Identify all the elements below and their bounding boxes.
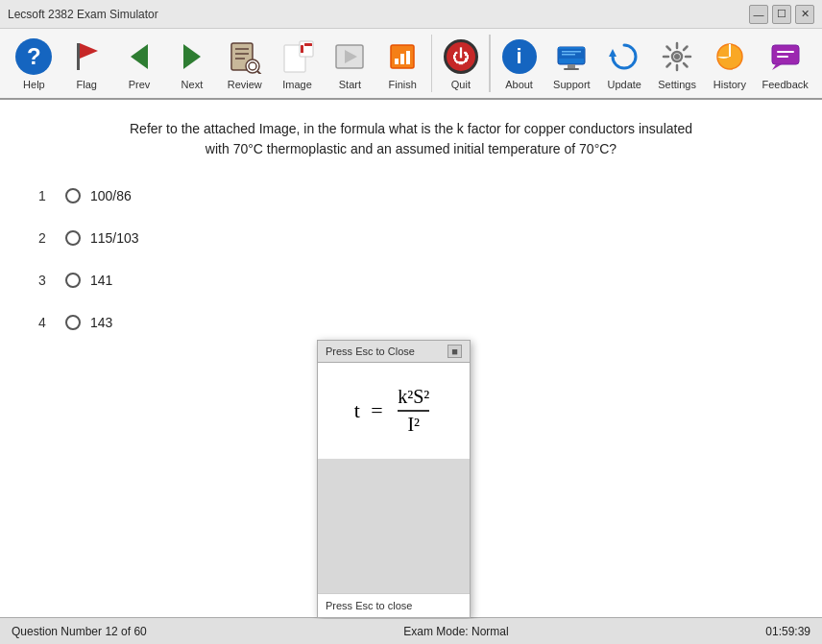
quit-button[interactable]: ⏻ Quit xyxy=(434,33,487,94)
formula-numerator: k²S² xyxy=(398,386,429,412)
review-label: Review xyxy=(228,79,262,90)
formula-t: t xyxy=(354,398,360,422)
svg-rect-13 xyxy=(301,45,303,53)
question-body: Refer to the attached Image, in the form… xyxy=(130,121,692,156)
formula-denominator: I² xyxy=(407,412,420,436)
help-icon: ? xyxy=(13,36,54,77)
formula-fraction: k²S² I² xyxy=(398,386,429,436)
svg-line-9 xyxy=(257,71,261,74)
maximize-button[interactable]: ☐ xyxy=(772,5,791,24)
next-icon xyxy=(172,36,212,77)
flag-label: Flag xyxy=(77,79,97,90)
answer-radio-2[interactable] xyxy=(65,230,81,246)
image-button[interactable]: Image xyxy=(271,33,324,94)
popup-header-text: Press Esc to Close xyxy=(326,346,415,357)
start-label: Start xyxy=(339,79,361,90)
popup-gray-area xyxy=(318,459,470,593)
main-content: Refer to the attached Image, in the form… xyxy=(0,100,822,619)
svg-rect-25 xyxy=(568,64,575,68)
feedback-button[interactable]: Feedback xyxy=(756,33,814,94)
toolbar-separator-2 xyxy=(489,35,491,92)
update-label: Update xyxy=(607,79,641,90)
window-controls: — ☐ ✕ xyxy=(749,5,814,24)
popup-header: Press Esc to Close ■ xyxy=(318,341,470,363)
svg-rect-20 xyxy=(400,54,404,64)
title-bar: Lecsoft 2382 Exam Simulator — ☐ ✕ xyxy=(0,0,822,29)
feedback-icon xyxy=(765,36,806,77)
support-button[interactable]: Support xyxy=(545,33,598,94)
svg-marker-29 xyxy=(609,49,616,57)
image-label: Image xyxy=(282,79,312,90)
start-button[interactable]: Start xyxy=(324,33,376,94)
popup-footer: Press Esc to close xyxy=(318,593,470,617)
answer-num-4: 4 xyxy=(38,315,58,330)
prev-icon xyxy=(119,36,159,77)
toolbar-separator xyxy=(431,35,433,92)
svg-rect-35 xyxy=(777,51,794,53)
formula-eq: = xyxy=(371,398,382,422)
close-button[interactable]: ✕ xyxy=(795,5,814,24)
prev-button[interactable]: Prev xyxy=(113,33,166,94)
next-label: Next xyxy=(181,79,204,90)
start-icon xyxy=(329,36,370,77)
svg-rect-24 xyxy=(558,47,585,49)
answer-num-3: 3 xyxy=(38,273,58,288)
answer-radio-1[interactable] xyxy=(65,188,81,203)
answers-container: 1 100/86 2 115/103 3 141 4 143 xyxy=(38,188,784,330)
status-question-info: Question Number 12 of 60 xyxy=(12,625,147,638)
svg-rect-19 xyxy=(395,59,399,64)
history-label: History xyxy=(713,79,746,90)
minimize-button[interactable]: — xyxy=(749,5,768,24)
svg-point-8 xyxy=(246,60,259,73)
settings-button[interactable]: Settings xyxy=(651,33,704,94)
svg-marker-1 xyxy=(80,43,98,59)
review-icon xyxy=(225,36,265,77)
answer-num-2: 2 xyxy=(38,230,58,246)
answer-text-4: 143 xyxy=(90,315,112,330)
review-button[interactable]: Review xyxy=(218,33,271,94)
svg-rect-28 xyxy=(562,54,575,56)
image-icon xyxy=(278,36,318,77)
svg-marker-2 xyxy=(131,44,148,69)
update-button[interactable]: Update xyxy=(598,33,651,94)
answer-radio-3[interactable] xyxy=(65,273,81,288)
support-label: Support xyxy=(553,79,591,90)
next-button[interactable]: Next xyxy=(165,33,218,94)
status-exam-mode: Exam Mode: Normal xyxy=(403,625,508,638)
svg-rect-33 xyxy=(772,45,799,64)
answer-row-1: 1 100/86 xyxy=(38,188,784,203)
answer-num-1: 1 xyxy=(38,188,58,203)
update-icon xyxy=(604,36,644,77)
answer-radio-4[interactable] xyxy=(65,315,81,330)
prev-label: Prev xyxy=(129,79,151,90)
answer-row-4: 4 143 xyxy=(38,315,784,330)
svg-marker-3 xyxy=(183,44,201,69)
about-button[interactable]: i About xyxy=(493,33,545,94)
question-text: Refer to the attached Image, in the form… xyxy=(38,119,784,159)
finish-button[interactable]: Finish xyxy=(376,33,429,94)
history-icon xyxy=(710,36,750,77)
svg-marker-34 xyxy=(772,64,782,70)
finish-label: Finish xyxy=(389,79,417,90)
quit-label: Quit xyxy=(451,79,471,90)
help-label: Help xyxy=(23,79,45,90)
feedback-label: Feedback xyxy=(762,79,808,90)
finish-icon xyxy=(382,36,423,77)
popup-formula-area: t = k²S² I² xyxy=(318,363,470,459)
answer-row-3: 3 141 xyxy=(38,273,784,288)
support-icon xyxy=(551,36,592,77)
history-button[interactable]: History xyxy=(703,33,756,94)
quit-icon: ⏻ xyxy=(441,36,481,77)
svg-rect-21 xyxy=(406,51,410,64)
about-label: About xyxy=(505,79,533,90)
help-button[interactable]: ? Help xyxy=(8,33,60,94)
svg-rect-36 xyxy=(777,56,788,58)
answer-text-2: 115/103 xyxy=(90,230,139,246)
answer-text-1: 100/86 xyxy=(90,188,132,203)
popup-close-button[interactable]: ■ xyxy=(447,345,462,358)
image-popup: Press Esc to Close ■ t = k²S² I² Press E… xyxy=(317,340,471,618)
toolbar: ? Help Flag Prev Next xyxy=(0,29,822,100)
flag-button[interactable]: Flag xyxy=(60,33,113,94)
about-icon: i xyxy=(499,36,540,77)
svg-rect-0 xyxy=(77,43,80,70)
